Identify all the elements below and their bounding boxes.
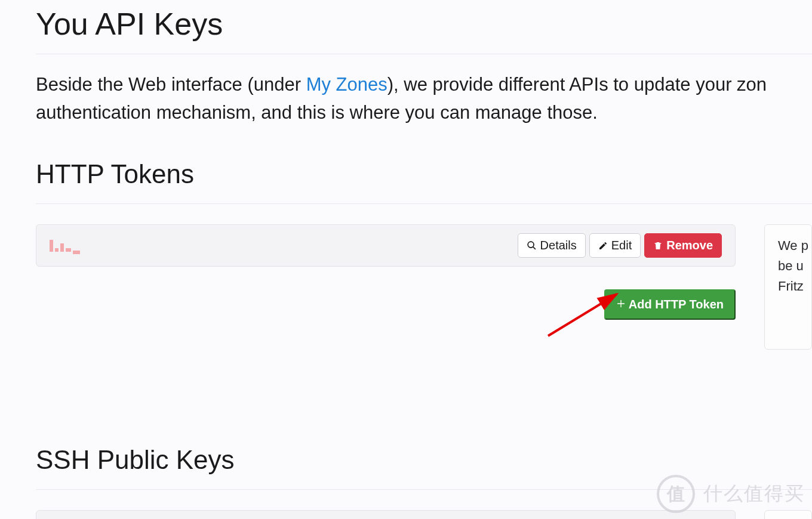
add-http-token-label: Add HTTP Token bbox=[629, 298, 724, 311]
side-line: We p bbox=[778, 238, 808, 253]
details-button[interactable]: Details bbox=[518, 233, 586, 258]
my-zones-link[interactable]: My Zones bbox=[306, 74, 387, 95]
intro-line2: authentication mechanism, and this is wh… bbox=[36, 102, 598, 123]
add-http-token-button[interactable]: Add HTTP Token bbox=[604, 289, 736, 320]
search-icon bbox=[527, 240, 537, 251]
svg-line-1 bbox=[533, 247, 535, 249]
trash-icon bbox=[653, 241, 663, 251]
details-label: Details bbox=[540, 239, 577, 252]
remove-button[interactable]: Remove bbox=[644, 233, 722, 258]
intro-before: Beside the Web interface (under bbox=[36, 74, 306, 95]
side-line: Fritz bbox=[778, 279, 804, 294]
ssh-empty-card: No SSH Public Key found. bbox=[36, 510, 736, 519]
watermark-circle-icon: 值 bbox=[657, 475, 695, 513]
page-title: You API Keys bbox=[36, 6, 812, 54]
pencil-icon bbox=[598, 241, 608, 251]
watermark-text: 什么值得买 bbox=[703, 481, 805, 507]
http-side-panel: We p be u Fritz bbox=[764, 224, 812, 350]
watermark: 值 什么值得买 bbox=[657, 475, 805, 513]
intro-text: Beside the Web interface (under My Zones… bbox=[36, 71, 812, 126]
intro-after: ), we provide different APIs to update y… bbox=[387, 74, 767, 95]
redacted-token-icon bbox=[50, 240, 80, 252]
http-tokens-title: HTTP Tokens bbox=[36, 159, 812, 204]
edit-label: Edit bbox=[611, 239, 632, 252]
remove-label: Remove bbox=[666, 239, 713, 252]
plus-icon bbox=[616, 299, 626, 308]
svg-point-0 bbox=[528, 242, 534, 248]
side-line: be u bbox=[778, 258, 804, 273]
http-token-row: Details Edit Remove bbox=[36, 224, 736, 267]
edit-button[interactable]: Edit bbox=[589, 233, 641, 258]
